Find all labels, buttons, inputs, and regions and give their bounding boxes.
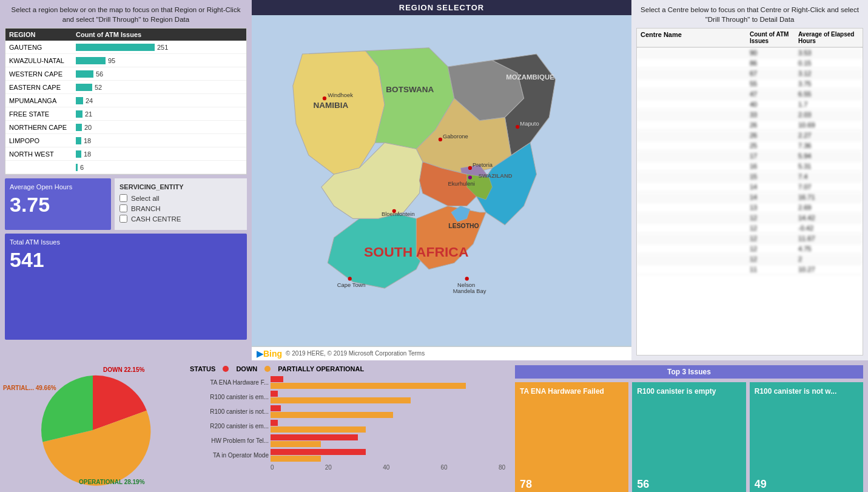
bar-row: R200 canister is em... xyxy=(190,420,505,433)
centre-row[interactable]: 47 6.55 xyxy=(637,89,863,99)
centre-row[interactable]: 67 3.12 xyxy=(637,69,863,79)
centre-count: 33 xyxy=(750,111,798,118)
centre-name xyxy=(641,266,750,273)
servicing-option-1[interactable]: BRANCH xyxy=(119,204,242,212)
svg-text:Pretoria: Pretoria xyxy=(473,162,493,168)
centre-name xyxy=(641,214,750,221)
region-value: 95 xyxy=(108,57,115,64)
centre-count: 16 xyxy=(750,163,798,170)
centre-row[interactable]: 40 1.7 xyxy=(637,99,863,110)
region-row[interactable]: EASTERN CAPE 52 xyxy=(5,81,246,94)
centre-row[interactable]: 12 -0.42 xyxy=(637,223,863,234)
pie-label-operational: OPERATIONAL 28.19% xyxy=(79,479,145,485)
avg-open-hours-label: Average Open Hours xyxy=(10,183,106,190)
servicing-checkbox-2[interactable] xyxy=(119,215,127,223)
svg-point-19 xyxy=(348,277,352,280)
centre-row[interactable]: 12 11.67 xyxy=(637,234,863,244)
top3-card-value: 78 xyxy=(520,478,624,491)
bar-row: R100 canister is em... xyxy=(190,391,505,403)
centre-count: 90 xyxy=(750,49,798,56)
region-row[interactable]: NORTH WEST 18 xyxy=(5,147,246,161)
region-name: WESTERN CAPE xyxy=(9,70,76,78)
servicing-entity-box: SERVICING_ENTITY Select all BRANCH CASH … xyxy=(115,178,247,230)
region-row[interactable]: MPUMALANGA 24 xyxy=(5,94,246,107)
centre-name xyxy=(641,194,750,201)
region-row[interactable]: GAUTENG 251 xyxy=(5,41,246,54)
centre-row[interactable]: 12 4.75 xyxy=(637,244,863,254)
centre-row[interactable]: 86 0.15 xyxy=(637,58,863,69)
servicing-option-0[interactable]: Select all xyxy=(119,194,242,202)
region-row[interactable]: FREE STATE 21 xyxy=(5,107,246,121)
region-row[interactable]: NORTHERN CAPE 20 xyxy=(5,121,246,134)
region-value: 21 xyxy=(85,110,92,118)
top3-card-0[interactable]: TA ENA Hardware Failed 78 xyxy=(515,382,628,492)
centre-row[interactable]: 16 5.31 xyxy=(637,161,863,172)
centre-name-col: Centre Name xyxy=(641,31,750,44)
centre-row[interactable]: 90 3.53 xyxy=(637,48,863,58)
centre-count: 12 xyxy=(750,214,798,221)
centre-name xyxy=(641,224,750,232)
centre-row[interactable]: 25 7.36 xyxy=(637,141,863,151)
region-name: NORTH WEST xyxy=(9,150,76,158)
total-atm-box: Total ATM Issues 541 xyxy=(5,234,247,340)
centre-row[interactable]: 33 2.03 xyxy=(637,110,863,120)
centre-avg: 2.03 xyxy=(798,111,859,118)
centre-count: 14 xyxy=(750,183,798,190)
centre-row[interactable]: 17 5.94 xyxy=(637,151,863,161)
centre-row[interactable]: 11 10.27 xyxy=(637,265,863,275)
bar-label: TA ENA Hardware F... xyxy=(190,379,269,386)
centre-row[interactable]: 12 14.42 xyxy=(637,213,863,223)
region-name: GAUTENG xyxy=(9,44,76,51)
centre-row[interactable]: 55 3.75 xyxy=(637,79,863,89)
centre-name xyxy=(641,111,750,118)
svg-text:NAMIBIA: NAMIBIA xyxy=(313,101,348,110)
centre-row[interactable]: 14 16.71 xyxy=(637,192,863,203)
top3-card-2[interactable]: R100 canister is not w... 49 xyxy=(750,382,863,492)
svg-text:Cape Town: Cape Town xyxy=(337,282,366,288)
centre-avg: 10.27 xyxy=(798,266,859,273)
region-bar xyxy=(76,110,82,118)
region-bar-container: 18 xyxy=(76,150,243,158)
centre-table[interactable]: Centre Name Count of ATM Issues Average … xyxy=(636,28,863,355)
bar-group xyxy=(271,405,393,418)
centre-name xyxy=(641,255,750,263)
region-bar-container: 6 xyxy=(76,164,243,171)
centre-count: 67 xyxy=(750,70,798,77)
left-panel: Select a region below or on the map to f… xyxy=(0,0,252,360)
servicing-title: SERVICING_ENTITY xyxy=(119,183,242,190)
region-row[interactable]: KWAZULU-NATAL 95 xyxy=(5,54,246,67)
centre-name xyxy=(641,235,750,242)
servicing-checkbox-0[interactable] xyxy=(119,194,127,202)
bar-group xyxy=(271,376,466,389)
map-container[interactable]: SOUTH AFRICA NAMIBIA BOTSWANA MOZAMBIQUE… xyxy=(252,15,631,346)
centre-avg: 5.31 xyxy=(798,163,859,170)
bar-label: HW Problem for Tel... xyxy=(190,437,269,444)
bar-partial xyxy=(271,441,321,447)
servicing-checkbox-1[interactable] xyxy=(119,204,127,212)
bar-label: TA in Operator Mode xyxy=(190,452,269,459)
centre-row[interactable]: 26 2.27 xyxy=(637,130,863,141)
svg-text:SWAZILAND: SWAZILAND xyxy=(479,173,513,179)
centre-name xyxy=(641,121,750,129)
region-row[interactable]: LIMPOPO 18 xyxy=(5,134,246,147)
bar-down xyxy=(271,434,358,440)
centre-row[interactable]: 14 7.07 xyxy=(637,182,863,192)
region-bar xyxy=(76,57,106,64)
servicing-option-2[interactable]: CASH CENTRE xyxy=(119,215,242,223)
centre-count: 14 xyxy=(750,194,798,201)
bing-logo: ▶Bing xyxy=(257,349,282,359)
centre-row[interactable]: 15 7.4 xyxy=(637,172,863,182)
centre-name xyxy=(641,204,750,211)
centre-row[interactable]: 12 2 xyxy=(637,254,863,265)
svg-point-15 xyxy=(468,175,472,179)
centre-name xyxy=(641,142,750,149)
centre-row[interactable]: 26 10.69 xyxy=(637,120,863,130)
top3-card-1[interactable]: R100 canister is empty 56 xyxy=(632,382,745,492)
centre-name xyxy=(641,90,750,98)
centre-count: 17 xyxy=(750,152,798,160)
col-region-header: REGION xyxy=(9,31,76,38)
bar-partial xyxy=(271,397,411,403)
region-row[interactable]: WESTERN CAPE 56 xyxy=(5,67,246,81)
region-row[interactable]: 6 xyxy=(5,161,246,174)
centre-row[interactable]: 13 2.69 xyxy=(637,203,863,213)
